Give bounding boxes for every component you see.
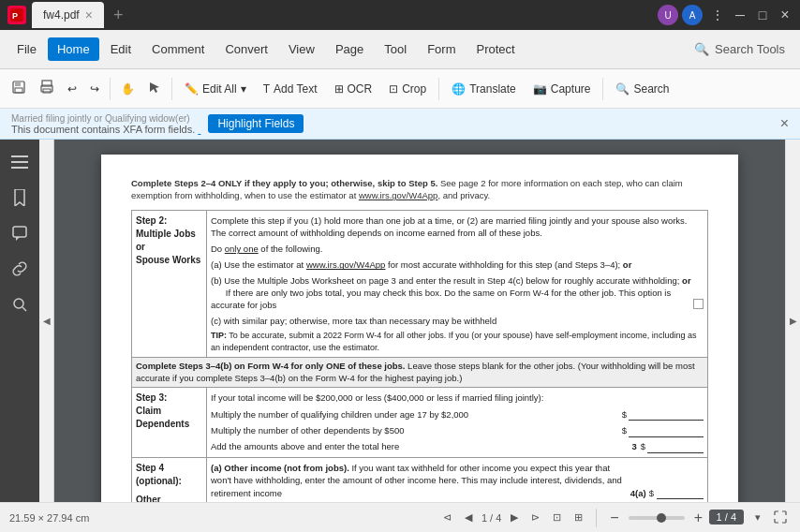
svg-rect-3 [15,81,21,86]
statusbar-separator [596,509,597,527]
search-tools-label: Search Tools [715,42,785,56]
search-button[interactable]: 🔍 Search [608,79,676,99]
profile-icons: U A [658,5,703,25]
toolbar-separator-4 [602,78,603,100]
menu-edit[interactable]: Edit [101,37,141,61]
translate-icon: 🌐 [452,82,466,96]
menu-view[interactable]: View [279,37,324,61]
step-2-b: (b) Use the Multiple Jobs Worksheet on p… [211,274,704,312]
fit-page-button[interactable]: ⊡ [549,510,565,525]
first-page-button[interactable]: ⊲ [439,510,455,525]
step-2-do-one: Do only one of the following. [211,243,704,255]
step-3-label: Step 3: [136,392,202,405]
step-2-body: Complete this step if you (1) hold more … [211,214,704,240]
sidebar-icon-menu[interactable] [5,147,35,177]
notification-bar: Married filing jointly or Qualifying wid… [0,109,800,140]
fit-width-button[interactable]: ⊞ [570,510,586,525]
left-panel-toggle[interactable]: ◀ [39,140,54,502]
restore-button[interactable]: □ [755,7,770,22]
collapse-icon: ◀ [43,316,51,326]
menu-home[interactable]: Home [48,37,99,61]
toolbar-separator-2 [171,78,172,100]
menu-tool[interactable]: Tool [375,37,416,61]
select-button[interactable] [142,77,167,100]
menu-form[interactable]: Form [418,37,465,61]
next-page-button[interactable]: ▶ [507,510,522,525]
edit-all-button[interactable]: ✏️ Edit All ▾ [177,79,254,99]
step-2-label: Step 2: [136,214,202,228]
highlight-fields-button[interactable]: Highlight Fields [208,114,304,133]
more-options-button[interactable]: ⋮ [710,7,725,22]
sidebar-icon-comment[interactable] [5,218,35,248]
complete-steps-note: Complete Steps 2–4 ONLY if they apply to… [131,177,708,202]
step-4a-row: (a) Other income (not from jobs). If you… [211,462,704,499]
svg-point-14 [14,299,23,308]
sidebar-icon-search[interactable] [5,289,35,319]
new-tab-button[interactable]: + [113,6,124,25]
profile-icon-1[interactable]: U [658,5,678,25]
notification-close-button[interactable]: × [780,115,789,132]
titlebar-right: U A ⋮ ─ □ × [658,5,793,25]
svg-rect-12 [13,227,26,237]
step-2-table: Step 2: Multiple Jobs orSpouse Works Com… [131,210,708,359]
right-panel-toggle[interactable]: ▶ [785,140,800,502]
step-4-table: Step 4 (optional): OtherAdjustments (a) … [131,458,708,502]
svg-rect-4 [15,88,22,93]
save-button[interactable] [6,76,32,101]
prev-page-button[interactable]: ◀ [461,510,476,525]
zoom-out-button[interactable]: − [606,508,622,528]
translate-label: Translate [469,82,516,96]
undo-icon: ↩ [67,82,77,96]
pdf-area[interactable]: Complete Steps 2–4 ONLY if they apply to… [54,140,785,502]
step-3-row3: Add the amounts above and enter the tota… [211,440,704,453]
married-filing-text: Married filing jointly or Qualifying wid… [11,113,190,124]
menu-page[interactable]: Page [326,37,373,61]
ocr-label: OCR [348,82,373,96]
page-indicator-badge: 1 / 4 [709,510,744,525]
ocr-button[interactable]: ⊞ OCR [327,79,380,99]
profile-icon-2[interactable]: A [682,5,703,25]
redo-icon: ↪ [90,82,99,96]
translate-button[interactable]: 🌐 Translate [444,79,524,99]
ocr-icon: ⊞ [334,82,344,96]
zoom-slider[interactable] [629,516,685,520]
step-4-label2: (optional): [136,475,202,488]
main-area: ◀ Complete Steps 2–4 ONLY if they apply … [0,140,800,502]
active-tab[interactable]: fw4.pdf × [32,2,104,28]
menu-comment[interactable]: Comment [142,37,214,61]
minimize-button[interactable]: ─ [733,7,748,22]
add-text-button[interactable]: T Add Text [256,79,325,99]
add-text-label: Add Text [274,82,317,96]
search-label: Search [633,82,669,96]
step-2-c: (c) with similar pay; otherwise, more ta… [211,315,704,327]
hand-tool-button[interactable]: ✋ [115,79,141,99]
menu-convert[interactable]: Convert [215,37,277,61]
search-icon: 🔍 [615,82,630,96]
undo-button[interactable]: ↩ [62,79,82,99]
search-tools-button[interactable]: 🔍 Search Tools [687,38,793,60]
titlebar: P fw4.pdf × + U A ⋮ ─ □ × [0,0,800,30]
step-3-row1: Multiply the number of qualifying childr… [211,407,704,421]
dimensions-label: 21.59 × 27.94 cm [9,512,89,524]
sidebar-icon-link[interactable] [5,254,35,284]
menu-protect[interactable]: Protect [467,37,524,61]
svg-marker-8 [150,82,159,93]
step-2-a: (a) Use the estimator at www.irs.gov/W4A… [211,259,704,271]
sidebar-icon-bookmark[interactable] [5,183,35,213]
last-page-button[interactable]: ⊳ [527,510,543,525]
menubar: File Home Edit Comment Convert View Page… [0,30,800,69]
crop-button[interactable]: ⊡ Crop [381,79,434,99]
page-info: 1 / 4 [481,512,501,524]
zoom-dropdown[interactable]: ▾ [751,510,764,525]
notification-link[interactable] [198,124,200,135]
capture-button[interactable]: 📷 Capture [526,79,599,99]
redo-button[interactable]: ↪ [84,79,105,99]
print-button[interactable] [34,76,60,101]
close-button[interactable]: × [778,7,793,22]
tab-close-button[interactable]: × [85,7,93,22]
zoom-in-button[interactable]: + [690,508,706,528]
save-icon [11,80,26,97]
menu-file[interactable]: File [7,37,46,61]
fullscreen-button[interactable] [770,509,791,527]
expand-icon: ▶ [790,316,797,326]
